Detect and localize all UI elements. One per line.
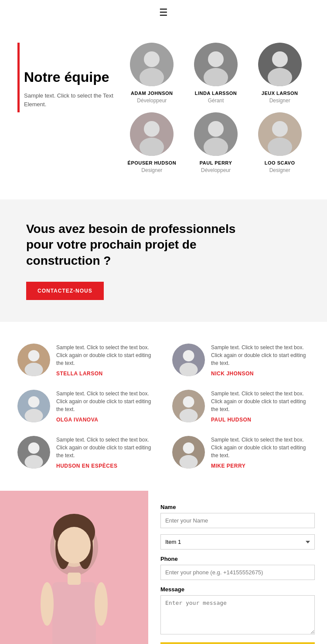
tl-desc-3: Sample text. Click to select the text bo… bbox=[56, 390, 155, 413]
tl-desc-4: Sample text. Click to select the text bo… bbox=[211, 390, 310, 413]
tl-content-5: Sample text. Click to select the text bo… bbox=[56, 436, 155, 469]
team-list-item-6: Sample text. Click to select the text bo… bbox=[172, 436, 310, 469]
svg-point-26 bbox=[25, 409, 43, 422]
tl-desc-6: Sample text. Click to select the text bo… bbox=[211, 436, 310, 459]
team-member-role-5: Développeur bbox=[201, 167, 231, 173]
hamburger-icon[interactable]: ☰ bbox=[159, 7, 168, 18]
phone-input[interactable] bbox=[160, 565, 315, 580]
team-member-name-4: ÉPOUSER HUDSON bbox=[128, 160, 177, 165]
team-member-2: LINDA LARSSON Gérant bbox=[186, 43, 246, 104]
name-input[interactable] bbox=[160, 513, 315, 528]
team-avatar-2 bbox=[194, 43, 238, 86]
svg-point-14 bbox=[204, 138, 228, 156]
contact-form: Name Item 1 Item 2 Item 3 Phone Message … bbox=[148, 491, 327, 644]
team-grid: ADAM JOHNSON Développeur LINDA LARSSON G… bbox=[113, 43, 310, 173]
team-member-5: PAUL PERRY Développeur bbox=[186, 112, 246, 173]
team-member-role-1: Développeur bbox=[137, 98, 167, 104]
contact-button[interactable]: CONTACTEZ-NOUS bbox=[26, 282, 104, 300]
svg-point-16 bbox=[272, 121, 288, 137]
team-member-role-2: Gérant bbox=[208, 98, 224, 104]
svg-point-25 bbox=[28, 396, 40, 408]
contact-image bbox=[0, 491, 148, 644]
tl-content-3: Sample text. Click to select the text bo… bbox=[56, 390, 155, 423]
svg-point-31 bbox=[28, 442, 40, 454]
tl-name-3: OLGA IVANOVA bbox=[56, 417, 155, 423]
tl-avatar-1 bbox=[17, 344, 50, 376]
team-member-1: ADAM JOHNSON Développeur bbox=[122, 43, 182, 104]
cta-title: Vous avez besoin de professionnels pour … bbox=[26, 221, 244, 269]
tl-content-6: Sample text. Click to select the text bo… bbox=[211, 436, 310, 469]
tl-name-6: MIKE PERRY bbox=[211, 463, 310, 469]
svg-rect-46 bbox=[68, 573, 81, 585]
tl-name-2: NICK JHONSON bbox=[211, 371, 310, 377]
svg-point-8 bbox=[268, 68, 292, 86]
team-list-grid: Sample text. Click to select the text bo… bbox=[17, 344, 310, 469]
svg-point-45 bbox=[95, 582, 108, 626]
svg-point-1 bbox=[144, 51, 160, 67]
svg-point-28 bbox=[183, 396, 194, 408]
submit-button[interactable]: SOUMETTRE bbox=[160, 642, 315, 644]
phone-label: Phone bbox=[160, 556, 315, 562]
team-member-name-5: PAUL PERRY bbox=[200, 160, 232, 165]
team-section: Notre équipe Sample text. Click to selec… bbox=[0, 25, 327, 199]
svg-point-7 bbox=[272, 51, 288, 67]
team-avatar-4 bbox=[130, 112, 174, 156]
tl-desc-1: Sample text. Click to select the text bo… bbox=[56, 344, 155, 367]
cta-section: Vous avez besoin de professionnels pour … bbox=[0, 199, 327, 322]
svg-point-20 bbox=[25, 363, 43, 376]
team-member-name-2: LINDA LARSSON bbox=[195, 91, 237, 96]
team-member-role-4: Designer bbox=[141, 167, 162, 173]
tl-name-1: STELLA LARSON bbox=[56, 371, 155, 377]
team-list-item-4: Sample text. Click to select the text bo… bbox=[172, 390, 310, 423]
navigation: ☰ bbox=[0, 0, 327, 25]
svg-point-32 bbox=[25, 455, 43, 469]
team-title: Notre équipe bbox=[17, 69, 113, 85]
svg-point-19 bbox=[28, 350, 40, 361]
team-member-role-6: Designer bbox=[269, 167, 290, 173]
team-avatar-1 bbox=[130, 43, 174, 86]
tl-desc-5: Sample text. Click to select the text bo… bbox=[56, 436, 155, 459]
tl-avatar-5 bbox=[17, 436, 50, 469]
tl-desc-2: Sample text. Click to select the text bo… bbox=[211, 344, 310, 367]
svg-point-10 bbox=[144, 121, 160, 137]
svg-point-29 bbox=[180, 409, 198, 422]
contact-section: Name Item 1 Item 2 Item 3 Phone Message … bbox=[0, 491, 327, 644]
team-avatar-5 bbox=[194, 112, 238, 156]
tl-avatar-2 bbox=[172, 344, 205, 376]
svg-point-42 bbox=[58, 527, 91, 563]
tl-content-4: Sample text. Click to select the text bo… bbox=[211, 390, 310, 423]
team-member-name-3: JEUX LARSON bbox=[262, 91, 298, 96]
team-description: Sample text. Click to select the Text El… bbox=[17, 91, 113, 108]
tl-avatar-4 bbox=[172, 390, 205, 422]
woman-illustration bbox=[0, 491, 148, 644]
svg-point-4 bbox=[208, 51, 224, 67]
team-member-name-6: LOO SCAVO bbox=[265, 160, 295, 165]
team-avatar-6 bbox=[258, 112, 302, 156]
tl-avatar-3 bbox=[17, 390, 50, 422]
team-list-item-1: Sample text. Click to select the text bo… bbox=[17, 344, 155, 377]
svg-point-44 bbox=[41, 582, 54, 626]
team-member-3: JEUX LARSON Designer bbox=[250, 43, 310, 104]
name-label: Name bbox=[160, 504, 315, 510]
team-member-6: LOO SCAVO Designer bbox=[250, 112, 310, 173]
team-list-item-3: Sample text. Click to select the text bo… bbox=[17, 390, 155, 423]
team-avatar-3 bbox=[258, 43, 302, 86]
item-select[interactable]: Item 1 Item 2 Item 3 bbox=[160, 534, 315, 550]
svg-point-2 bbox=[140, 68, 164, 86]
tl-avatar-6 bbox=[172, 436, 205, 469]
svg-point-34 bbox=[183, 442, 194, 454]
team-member-name-1: ADAM JOHNSON bbox=[131, 91, 173, 96]
team-member-role-3: Designer bbox=[269, 98, 290, 104]
svg-point-13 bbox=[208, 121, 224, 137]
tl-content-1: Sample text. Click to select the text bo… bbox=[56, 344, 155, 377]
tl-name-5: HUDSON EN ESPÈCES bbox=[56, 463, 155, 469]
svg-point-23 bbox=[180, 363, 198, 376]
team-list-section: Sample text. Click to select the text bo… bbox=[0, 322, 327, 491]
svg-point-5 bbox=[204, 68, 228, 86]
tl-name-4: PAUL HUDSON bbox=[211, 417, 310, 423]
svg-point-11 bbox=[140, 138, 164, 156]
message-textarea[interactable] bbox=[160, 595, 315, 634]
tl-content-2: Sample text. Click to select the text bo… bbox=[211, 344, 310, 377]
team-left: Notre équipe Sample text. Click to selec… bbox=[17, 43, 113, 173]
svg-point-22 bbox=[183, 350, 194, 361]
